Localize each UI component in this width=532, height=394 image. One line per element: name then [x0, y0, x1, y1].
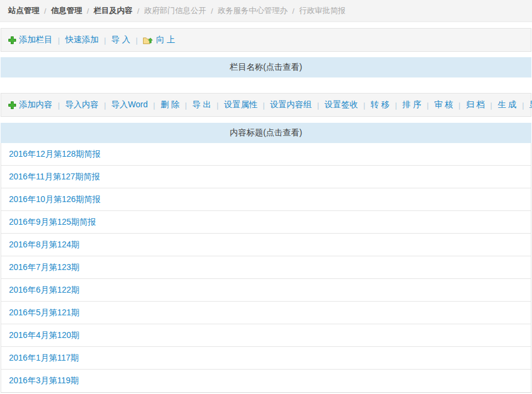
- export-button[interactable]: 导 出: [192, 100, 211, 110]
- breadcrumb-gov-info-disclosure[interactable]: 政府部门信息公开: [144, 5, 206, 16]
- add-column-label: 添加栏目: [19, 35, 52, 45]
- toolbar-divider: |: [58, 101, 60, 110]
- delete-button[interactable]: 删 除: [160, 100, 179, 110]
- column-toolbar: 添加栏目 | 快速添加 | 导 入 | 向 上: [1, 28, 531, 52]
- toolbar-divider: |: [395, 101, 397, 110]
- breadcrumb-separator: /: [293, 7, 295, 15]
- content-link[interactable]: 2016年5月第121期: [9, 308, 79, 317]
- content-row: 2016年8月第124期: [1, 234, 531, 256]
- content-link[interactable]: 2016年9月第125期简报: [9, 217, 96, 227]
- content-row: 2016年7月第123期: [1, 256, 531, 279]
- breadcrumb-site-management[interactable]: 站点管理: [8, 5, 39, 16]
- content-link[interactable]: 2016年11月第127期简报: [9, 172, 100, 181]
- content-row: 2016年1月第117期: [1, 347, 531, 370]
- toolbar-divider: |: [522, 101, 524, 110]
- breadcrumb-separator: /: [211, 7, 213, 15]
- toolbar-divider: |: [153, 101, 155, 110]
- archive-button[interactable]: 归 档: [466, 100, 485, 110]
- content-link[interactable]: 2016年7月第123期: [9, 262, 79, 272]
- plus-icon: [8, 101, 16, 109]
- breadcrumb-service-center-office[interactable]: 政务服务中心管理办: [218, 5, 288, 16]
- content-row: 2016年11月第127期简报: [1, 166, 531, 188]
- breadcrumb-info-management[interactable]: 信息管理: [51, 5, 82, 16]
- add-column-button[interactable]: 添加栏目: [8, 35, 52, 45]
- generate-button[interactable]: 生 成: [497, 100, 517, 110]
- transfer-button[interactable]: 转 移: [371, 100, 390, 110]
- set-sign-receive-button[interactable]: 设置签收: [325, 100, 358, 110]
- content-link[interactable]: 2016年3月第119期: [9, 376, 79, 385]
- import-word-button[interactable]: 导入Word: [111, 100, 148, 110]
- toolbar-divider: |: [490, 101, 492, 110]
- toolbar-divider: |: [317, 101, 319, 110]
- toolbar-divider: |: [459, 101, 461, 110]
- quick-add-button[interactable]: 快速添加: [65, 35, 98, 45]
- content-row: 2016年5月第121期: [1, 302, 531, 324]
- toolbar-divider: |: [217, 101, 219, 110]
- content-row: 2016年10月第126期简报: [1, 188, 531, 211]
- add-content-button[interactable]: 添加内容: [8, 100, 52, 110]
- toolbar-divider: |: [104, 36, 105, 45]
- content-row: 2016年9月第125期简报: [1, 211, 531, 234]
- plus-icon: [8, 36, 16, 44]
- content-row: 2016年3月第119期: [1, 370, 531, 392]
- content-header-title: 内容标题(点击查看): [230, 128, 302, 138]
- go-up-label: 向 上: [156, 35, 175, 45]
- sort-button[interactable]: 排 序: [402, 100, 421, 110]
- import-button[interactable]: 导 入: [111, 35, 130, 45]
- content-toolbar: 添加内容 | 导入内容 | 导入Word | 删 除 | 导 出 | 设置属性 …: [1, 93, 531, 117]
- content-row: 2016年6月第122期: [1, 279, 531, 302]
- breadcrumb-separator: /: [44, 7, 46, 15]
- toolbar-divider: |: [104, 101, 105, 110]
- breadcrumb-columns-and-content[interactable]: 栏目及内容: [94, 5, 132, 16]
- breadcrumb-separator: /: [87, 7, 89, 15]
- add-content-label: 添加内容: [19, 100, 52, 110]
- breadcrumb: 站点管理 / 信息管理 / 栏目及内容 / 政府部门信息公开 / 政务服务中心管…: [0, 0, 532, 22]
- folder-up-arrow-icon: [143, 36, 153, 45]
- toolbar-divider: |: [427, 101, 428, 110]
- content-link[interactable]: 2016年12月第128期简报: [9, 149, 101, 159]
- column-table-header[interactable]: 栏目名称(点击查看): [1, 57, 531, 77]
- breadcrumb-admin-approval-bulletin[interactable]: 行政审批简报: [299, 5, 346, 16]
- content-link[interactable]: 2016年4月第120期: [9, 330, 79, 340]
- toolbar-divider: |: [185, 101, 186, 110]
- breadcrumb-separator: /: [137, 7, 139, 15]
- content-table-header[interactable]: 内容标题(点击查看): [1, 123, 531, 143]
- toolbar-divider: |: [363, 101, 365, 110]
- set-content-group-button[interactable]: 设置内容组: [270, 100, 312, 110]
- content-link[interactable]: 2016年10月第126期简报: [9, 194, 101, 204]
- toolbar-divider: |: [136, 36, 138, 45]
- display-items-button[interactable]: 显示项: [530, 100, 532, 110]
- content-link[interactable]: 2016年8月第124期: [9, 240, 79, 249]
- toolbar-divider: |: [263, 101, 265, 110]
- audit-button[interactable]: 审 核: [434, 100, 453, 110]
- set-properties-button[interactable]: 设置属性: [224, 100, 257, 110]
- content-row: 2016年4月第120期: [1, 324, 531, 347]
- content-list: 2016年12月第128期简报 2016年11月第127期简报 2016年10月…: [1, 143, 531, 393]
- content-link[interactable]: 2016年1月第117期: [9, 353, 79, 362]
- toolbar-divider: |: [58, 36, 60, 45]
- import-content-button[interactable]: 导入内容: [65, 100, 98, 110]
- main-content: 添加栏目 | 快速添加 | 导 入 | 向 上 栏目名称(点击查看) 添加内容: [1, 28, 531, 393]
- content-link[interactable]: 2016年6月第122期: [9, 285, 79, 294]
- content-row: 2016年12月第128期简报: [1, 143, 531, 166]
- go-up-button[interactable]: 向 上: [143, 35, 175, 45]
- column-header-title: 栏目名称(点击查看): [230, 62, 302, 73]
